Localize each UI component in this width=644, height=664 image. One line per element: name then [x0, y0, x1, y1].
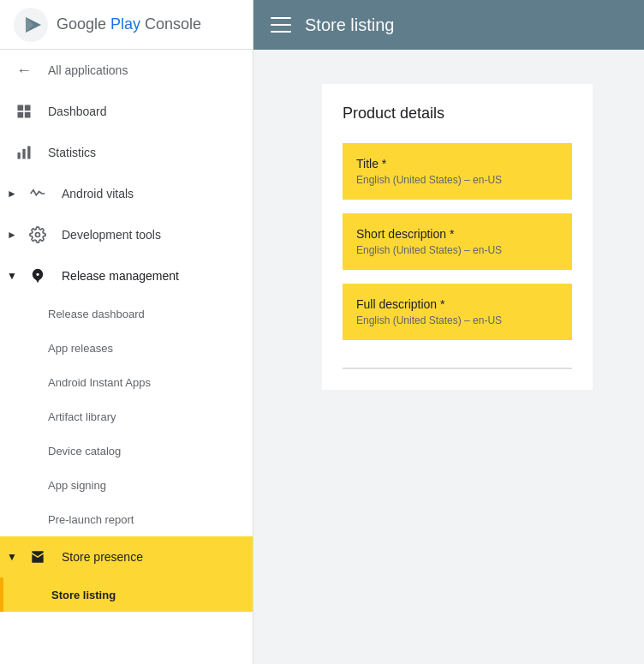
sidebar-header: Google Play Console: [0, 0, 253, 50]
all-applications-link[interactable]: ← All applications: [0, 50, 253, 91]
product-details-title: Product details: [343, 105, 572, 123]
full-description-subtitle: English (United States) – en-US: [356, 314, 558, 326]
sidebar-sub-pre-launch-report[interactable]: Pre-launch report: [0, 502, 253, 536]
svg-rect-3: [18, 105, 24, 111]
section-divider: [343, 368, 572, 369]
sidebar-sub-device-catalog[interactable]: Device catalog: [0, 434, 253, 468]
dashboard-label: Dashboard: [48, 105, 107, 118]
sidebar-sub-app-signing[interactable]: App signing: [0, 468, 253, 502]
sidebar-item-statistics[interactable]: Statistics: [0, 132, 253, 173]
play-logo-icon: [14, 8, 48, 42]
full-description-field-block[interactable]: Full description * English (United State…: [343, 284, 572, 340]
full-description-label: Full description *: [356, 297, 558, 311]
page-title: Store listing: [305, 15, 395, 35]
svg-rect-7: [18, 153, 21, 159]
statistics-icon: [14, 142, 34, 163]
sidebar-sub-app-releases[interactable]: App releases: [0, 331, 253, 365]
sidebar: Google Play Console ← All applications D…: [0, 0, 253, 664]
svg-rect-9: [27, 147, 30, 159]
sidebar-sub-release-dashboard[interactable]: Release dashboard: [0, 296, 253, 331]
title-field-subtitle: English (United States) – en-US: [356, 174, 558, 186]
app-title: Google Play Console: [57, 15, 201, 33]
svg-point-10: [36, 233, 40, 237]
title-field-label: Title *: [356, 157, 558, 170]
main-content: Store listing Product details Title * En…: [253, 0, 644, 664]
short-description-label: Short description *: [356, 227, 558, 241]
sidebar-item-android-vitals[interactable]: ► Android vitals: [0, 173, 253, 214]
store-presence-label: Store presence: [62, 550, 143, 564]
hamburger-button[interactable]: [271, 15, 291, 35]
expand-release-icon: ▼: [7, 270, 17, 282]
product-details-section: Product details Title * English (United …: [322, 84, 593, 390]
vitals-icon: [27, 183, 48, 204]
sidebar-sub-android-instant-apps[interactable]: Android Instant Apps: [0, 365, 253, 399]
expand-dev-tools-icon: ►: [7, 229, 17, 241]
dev-tools-icon: [27, 224, 48, 245]
sidebar-item-store-presence[interactable]: ▼ Store presence: [0, 536, 253, 577]
svg-rect-8: [22, 149, 25, 159]
back-arrow-icon: ←: [14, 60, 34, 81]
expand-android-vitals-icon: ►: [7, 188, 17, 200]
svg-rect-5: [18, 112, 24, 118]
google-text: Google Play Console: [57, 15, 201, 33]
title-field-block[interactable]: Title * English (United States) – en-US: [343, 143, 572, 200]
svg-rect-6: [25, 112, 31, 118]
dashboard-icon: [14, 101, 34, 122]
sidebar-item-release-management[interactable]: ▼ Release management: [0, 255, 253, 296]
sidebar-item-dashboard[interactable]: Dashboard: [0, 91, 253, 132]
release-management-label: Release management: [62, 269, 179, 283]
statistics-label: Statistics: [48, 146, 96, 159]
sidebar-sub-artifact-library[interactable]: Artifact library: [0, 399, 253, 434]
back-label: All applications: [48, 63, 128, 77]
store-icon: [27, 547, 48, 567]
short-description-field-block[interactable]: Short description * English (United Stat…: [343, 213, 572, 270]
android-vitals-label: Android vitals: [62, 187, 134, 200]
content-area: Product details Title * English (United …: [253, 50, 644, 664]
rocket-icon: [27, 266, 48, 286]
top-bar: Store listing: [253, 0, 644, 50]
expand-store-icon: ▼: [7, 551, 17, 563]
development-tools-label: Development tools: [62, 228, 161, 242]
sidebar-item-development-tools[interactable]: ► Development tools: [0, 214, 253, 255]
sidebar-sub-store-listing[interactable]: Store listing: [0, 577, 253, 612]
short-description-subtitle: English (United States) – en-US: [356, 244, 558, 256]
svg-rect-4: [25, 105, 31, 111]
